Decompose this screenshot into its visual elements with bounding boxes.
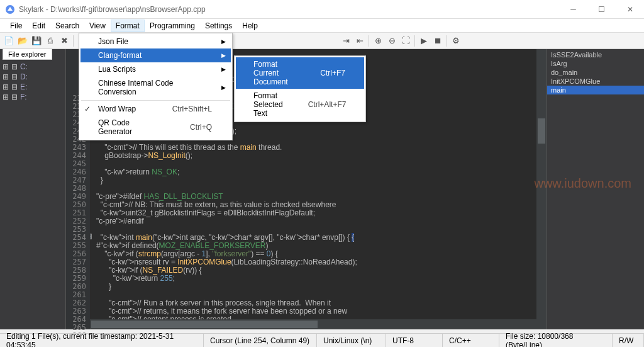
run-icon[interactable]: ▶	[418, 35, 430, 47]
save-icon[interactable]: 💾	[30, 35, 43, 47]
menu-bar: FileEditSearchViewFormatProgrammingSetti…	[0, 19, 644, 33]
menu-help[interactable]: Help	[237, 20, 263, 32]
code-line[interactable]: "c-kw">return 255;	[96, 275, 547, 283]
app-icon	[5, 4, 15, 14]
menuitem-word-wrap[interactable]: ✓Word WrapCtrl+Shift+L	[80, 102, 231, 116]
indent-icon[interactable]: ⇥	[340, 35, 352, 47]
status-encoding[interactable]: UTF-8	[386, 334, 443, 347]
symbol-InitXPCOMGlue[interactable]: InitXPCOMGlue	[547, 77, 644, 86]
menuitem-qr-code-generator[interactable]: QR Code GeneratorCtrl+Q	[80, 116, 231, 139]
new-file-icon[interactable]: 📄	[3, 35, 15, 47]
code-line[interactable]: }	[96, 176, 547, 185]
menuitem-chinese-internal-code-conversion[interactable]: Chinese Internal Code Conversion▶	[80, 76, 231, 99]
settings-icon[interactable]: ⚙	[450, 35, 462, 47]
format-menu-dropdown: Json File▶Clang-format▶Lua Scripts▶Chine…	[79, 33, 233, 140]
code-line[interactable]: }	[96, 283, 547, 291]
code-line[interactable]: "c-kw">return NS_OK;	[96, 168, 547, 176]
file-explorer-tab[interactable]: File explorer	[3, 48, 52, 60]
drive-C[interactable]: ⊞⊟C:	[0, 62, 65, 72]
window-title: Skylark - D:\works\ff-git\browser\app\ns…	[19, 5, 559, 14]
title-bar: Skylark - D:\works\ff-git\browser\app\ns…	[0, 0, 644, 19]
code-line[interactable]: "c-kw">uint32_t gBlocklistInitFlags = eD…	[96, 209, 547, 217]
vertical-scrollbar[interactable]	[536, 49, 547, 319]
menu-programming[interactable]: Programming	[145, 20, 200, 32]
drive-E[interactable]: ⊞⊟E:	[0, 82, 65, 92]
status-file-info: Editing 1 File(s), current file timestam…	[0, 334, 204, 347]
close-file-icon[interactable]: ✖	[58, 35, 70, 47]
menu-edit[interactable]: Edit	[27, 20, 50, 32]
menuitem-lua-scripts[interactable]: Lua Scripts▶	[80, 62, 231, 76]
menuitem-format-current-document[interactable]: Format Current DocumentCtrl+F7	[236, 57, 364, 89]
menu-search[interactable]: Search	[50, 20, 84, 32]
status-language[interactable]: C/C++	[443, 334, 499, 347]
menuitem-format-selected-text[interactable]: Format Selected TextCtrl+Alt+F7	[236, 89, 364, 120]
open-file-icon[interactable]: 📂	[16, 35, 29, 47]
drive-D[interactable]: ⊞⊟D:	[0, 72, 65, 82]
maximize-button[interactable]: ☐	[587, 0, 616, 18]
menu-settings[interactable]: Settings	[200, 20, 237, 32]
menu-view[interactable]: View	[84, 20, 111, 32]
menu-format[interactable]: Format	[111, 20, 145, 32]
close-button[interactable]: ✕	[616, 0, 644, 18]
status-mode: R/W	[613, 334, 644, 347]
stop-icon[interactable]: ⏹	[431, 35, 444, 47]
status-eol[interactable]: Unix/Linux (\n)	[317, 334, 386, 347]
status-filesize: File size: 10800/368 (Byte/Line)	[499, 334, 613, 347]
drive-F[interactable]: ⊞⊟F:	[0, 92, 65, 102]
symbol-IsArg[interactable]: IsArg	[547, 59, 644, 68]
menuitem-json-file[interactable]: Json File▶	[80, 35, 231, 48]
status-cursor: Cursor (Line 254, Column 49)	[204, 334, 317, 347]
horizontal-scrollbar[interactable]	[90, 319, 547, 329]
code-line[interactable]: gBootstrap->NS_LogInit();	[96, 152, 547, 160]
menu-file[interactable]: File	[5, 20, 27, 32]
menuitem-clang-format[interactable]: Clang-format▶	[80, 48, 231, 62]
symbol-do_main[interactable]: do_main	[547, 68, 644, 77]
zoom-in-icon[interactable]: ⊕	[372, 35, 384, 47]
symbol-panel: IsSSE2AvailableIsArgdo_mainInitXPCOMGlue…	[547, 49, 644, 329]
status-bar: Editing 1 File(s), current file timestam…	[0, 333, 644, 347]
file-explorer-panel: File explorer ⊞⊟C:⊞⊟D:⊞⊟E:⊞⊟F:	[0, 49, 66, 329]
outdent-icon[interactable]: ⇤	[353, 35, 366, 47]
code-line[interactable]: "c-pre">#endif	[96, 217, 547, 225]
fullscreen-icon[interactable]: ⛶	[399, 35, 412, 47]
symbol-main[interactable]: main	[547, 86, 644, 94]
zoom-out-icon[interactable]: ⊖	[386, 35, 398, 47]
minimize-button[interactable]: ─	[559, 0, 587, 18]
symbol-IsSSE2Available[interactable]: IsSSE2Available	[547, 50, 644, 59]
clang-format-submenu: Format Current DocumentCtrl+F7Format Sel…	[234, 55, 366, 122]
save-all-icon[interactable]: ⎙	[44, 35, 57, 47]
